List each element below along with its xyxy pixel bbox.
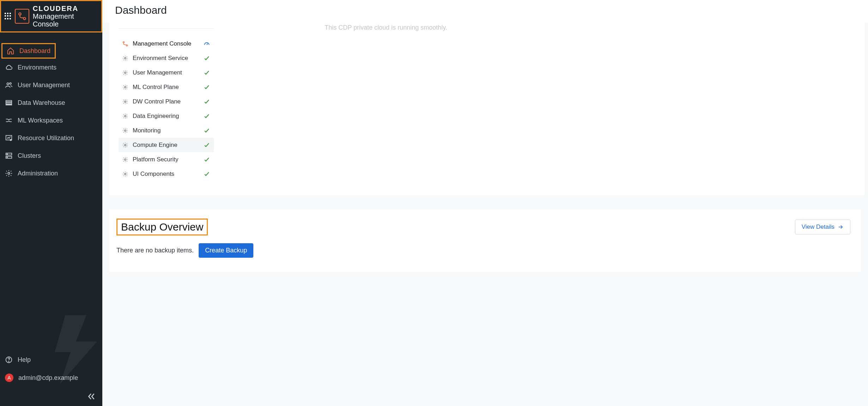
- main: Dashboard This CDP private cloud is runn…: [102, 0, 868, 406]
- service-header-row[interactable]: Management Console: [119, 36, 214, 51]
- svg-point-17: [126, 44, 128, 46]
- arrow-right-icon: [837, 224, 844, 230]
- avatar: A: [5, 374, 13, 382]
- service-row-label: ML Control Plane: [133, 84, 199, 91]
- view-details-button[interactable]: View Details: [795, 220, 850, 234]
- svg-point-26: [125, 173, 126, 175]
- sidebar-item-ml-workspaces[interactable]: ML Workspaces: [0, 112, 102, 129]
- brand-subtitle: Management Console: [33, 12, 99, 28]
- svg-point-25: [125, 159, 126, 160]
- gear-icon: [122, 113, 128, 119]
- sidebar-item-label: Data Warehouse: [18, 99, 65, 107]
- service-row[interactable]: ML Control Plane: [119, 80, 214, 94]
- svg-point-13: [8, 172, 10, 174]
- backup-header: Backup Overview View Details: [116, 219, 850, 235]
- svg-point-23: [125, 130, 126, 131]
- backup-section: Backup Overview View Details There are n…: [109, 209, 861, 272]
- service-row-label: Environment Service: [133, 55, 199, 62]
- apps-grid-icon[interactable]: [5, 13, 11, 20]
- cloud-icon: [5, 64, 13, 71]
- svg-point-15: [8, 361, 9, 362]
- page-header: Dashboard: [102, 0, 868, 23]
- svg-point-21: [125, 101, 126, 102]
- service-panel: Management Console Environment ServiceUs…: [119, 28, 214, 181]
- check-icon: [203, 84, 210, 91]
- sidebar-header: CLOUDERA Management Console: [0, 0, 102, 32]
- svg-point-0: [19, 13, 21, 15]
- rows-icon: [5, 99, 13, 107]
- service-row-label: DW Control Plane: [133, 98, 199, 105]
- sidebar-item-label: Administration: [18, 170, 58, 177]
- service-row[interactable]: Monitoring: [119, 123, 214, 138]
- user-email: admin@cdp.example: [18, 374, 78, 382]
- svg-rect-4: [6, 101, 12, 102]
- service-row[interactable]: UI Components: [119, 167, 214, 181]
- server-icon: [5, 152, 13, 160]
- sidebar: CLOUDERA Management Console Dashboard En…: [0, 0, 102, 406]
- service-row[interactable]: Environment Service: [119, 51, 214, 65]
- sidebar-item-label: Environments: [18, 64, 56, 71]
- sidebar-item-data-warehouse[interactable]: Data Warehouse: [0, 94, 102, 112]
- logo[interactable]: CLOUDERA Management Console: [15, 5, 99, 28]
- svg-point-18: [125, 57, 126, 59]
- sidebar-collapse[interactable]: [0, 387, 102, 406]
- service-row-label: Compute Engine: [133, 142, 199, 149]
- service-row-label: User Management: [133, 69, 199, 76]
- svg-point-11: [7, 154, 8, 155]
- sidebar-item-clusters[interactable]: Clusters: [0, 147, 102, 165]
- svg-point-24: [125, 144, 126, 146]
- create-backup-button[interactable]: Create Backup: [199, 243, 253, 258]
- gear-icon: [122, 127, 128, 134]
- svg-point-2: [7, 83, 9, 85]
- check-icon: [203, 55, 210, 62]
- svg-point-8: [10, 139, 12, 141]
- gear-icon: [122, 70, 128, 76]
- check-icon: [203, 127, 210, 134]
- workflow-icon: [5, 117, 13, 124]
- chevron-double-left-icon: [87, 392, 96, 401]
- home-icon: [7, 47, 14, 55]
- sidebar-item-administration[interactable]: Administration: [0, 165, 102, 182]
- sidebar-item-label: Clusters: [18, 152, 41, 160]
- service-row[interactable]: DW Control Plane: [119, 94, 214, 109]
- service-header-label: Management Console: [133, 40, 199, 47]
- service-row-label: Platform Security: [133, 156, 199, 163]
- service-row[interactable]: Compute Engine: [119, 138, 214, 152]
- sidebar-item-label: Resource Utilization: [18, 135, 74, 142]
- brand-text: CLOUDERA Management Console: [33, 5, 99, 28]
- svg-point-1: [23, 17, 26, 20]
- sidebar-item-environments[interactable]: Environments: [0, 59, 102, 76]
- sidebar-item-user-management[interactable]: User Management: [0, 76, 102, 94]
- svg-point-12: [7, 157, 8, 158]
- gauge-icon: [203, 40, 210, 47]
- svg-rect-5: [6, 102, 12, 104]
- logo-mark-icon: [15, 9, 29, 24]
- check-icon: [203, 69, 210, 76]
- check-icon: [203, 171, 210, 178]
- svg-point-16: [123, 41, 125, 43]
- backup-empty-text: There are no backup items.: [116, 247, 194, 254]
- svg-point-3: [10, 83, 11, 84]
- check-icon: [203, 113, 210, 120]
- service-row-label: Monitoring: [133, 127, 199, 134]
- sidebar-item-resource-utilization[interactable]: Resource Utilization: [0, 129, 102, 147]
- sidebar-item-help[interactable]: Help: [0, 351, 102, 369]
- check-icon: [203, 142, 210, 149]
- brand-name: CLOUDERA: [33, 5, 99, 12]
- create-backup-label: Create Backup: [205, 247, 247, 254]
- gear-icon: [122, 171, 128, 177]
- svg-point-22: [125, 115, 126, 117]
- backup-body: There are no backup items. Create Backup: [116, 243, 850, 258]
- backup-title: Backup Overview: [116, 219, 208, 235]
- service-row[interactable]: Platform Security: [119, 152, 214, 167]
- gear-icon: [122, 55, 128, 61]
- service-row-label: UI Components: [133, 171, 199, 178]
- gear-icon: [122, 84, 128, 90]
- gear-icon: [122, 142, 128, 148]
- sidebar-item-user[interactable]: A admin@cdp.example: [0, 369, 102, 387]
- service-row[interactable]: Data Engineering: [119, 109, 214, 123]
- chart-icon: [5, 134, 13, 142]
- sidebar-item-dashboard[interactable]: Dashboard: [1, 43, 56, 59]
- avatar-initial: A: [7, 375, 11, 381]
- service-row[interactable]: User Management: [119, 65, 214, 80]
